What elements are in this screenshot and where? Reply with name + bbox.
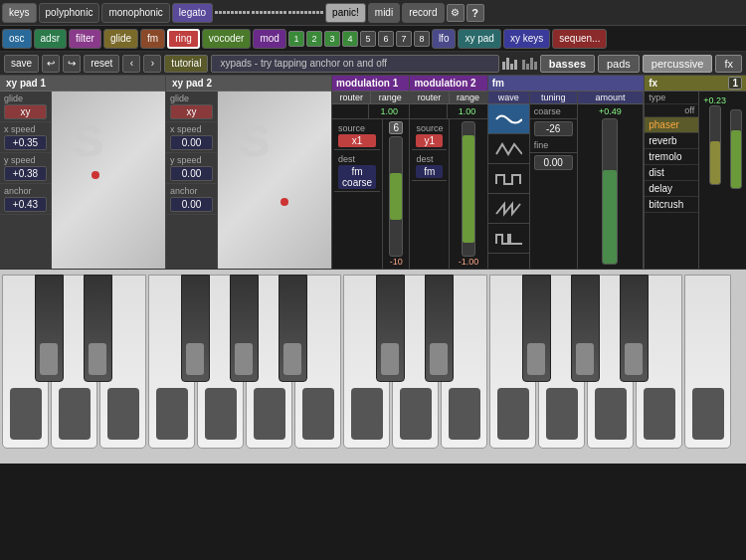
num-badge-6[interactable]: 6 (378, 31, 394, 47)
fm-wave-saw[interactable] (488, 194, 529, 224)
mode-adsr-btn[interactable]: adsr (34, 29, 67, 49)
fx-btn[interactable]: fx (715, 55, 742, 73)
num-badge-3[interactable]: 3 (324, 31, 340, 47)
white-key-pad-9 (449, 388, 480, 440)
black-key-8[interactable] (571, 275, 600, 382)
fx-item-bitcrush[interactable]: bitcrush (645, 197, 698, 213)
xspeed-value-1[interactable]: +0.35 (4, 135, 47, 150)
mod-1-range-slider[interactable] (389, 136, 403, 257)
mode-vocoder-btn[interactable]: vocoder (202, 29, 252, 49)
mode-xypad-btn[interactable]: xy pad (458, 29, 500, 49)
num-badge-4[interactable]: 4 (342, 31, 358, 47)
polyphonic-btn[interactable]: polyphonic (39, 3, 100, 23)
fx-slider-2-track[interactable] (730, 109, 742, 189)
ctrl-bar: save ↩ ↪ reset ‹ › tutorial xypads - try… (0, 52, 746, 76)
glide-row-2: glide xy (166, 92, 217, 122)
mod-1-source-value[interactable]: x1 (338, 134, 376, 147)
fm-wave-triangle[interactable] (488, 134, 529, 164)
black-key-3[interactable] (230, 275, 259, 382)
mod-1-dest-value[interactable]: fm coarse (338, 165, 376, 189)
monophonic-btn[interactable]: monophonic (101, 3, 169, 23)
help-icon[interactable]: ? (466, 4, 484, 22)
mod-2-left-col (410, 104, 447, 118)
mode-mod-btn[interactable]: mod (253, 29, 285, 49)
black-key-4[interactable] (279, 275, 307, 382)
num-badge-8[interactable]: 8 (414, 31, 430, 47)
mod-2-source-value[interactable]: y1 (416, 134, 443, 147)
yspeed-value-2[interactable]: 0.00 (170, 166, 213, 181)
fx-item-tremolo[interactable]: tremolo (645, 149, 698, 165)
fm-amount-body: +0.49 (578, 104, 644, 269)
xy-area-2[interactable]: s (218, 92, 331, 269)
black-key-6[interactable] (425, 275, 454, 382)
yspeed-row-2: y speed 0.00 (166, 153, 217, 184)
fx-header-num: 1 (728, 77, 742, 90)
fx-item-reverb[interactable]: reverb (645, 133, 698, 149)
xspeed-value-2[interactable]: 0.00 (170, 135, 213, 150)
fm-section: fm wave (488, 76, 646, 269)
black-key-5[interactable] (376, 275, 405, 382)
fm-wave-square[interactable] (488, 164, 529, 194)
black-key-0[interactable] (35, 275, 64, 382)
save-btn[interactable]: save (4, 55, 39, 73)
fm-coarse-label: coarse (530, 104, 577, 119)
settings-icon[interactable]: ⚙ (447, 4, 465, 22)
mod-2-range-col: -1.00 (450, 119, 486, 269)
mod-2-range-slider[interactable] (462, 121, 475, 257)
basses-btn[interactable]: basses (540, 55, 595, 73)
white-key-pad-0 (10, 388, 42, 440)
mod-2-dest-value[interactable]: fm (416, 165, 443, 178)
panic-btn[interactable]: panic! (325, 3, 366, 23)
num-badge-7[interactable]: 7 (396, 31, 412, 47)
mode-glide-btn[interactable]: glide (103, 29, 138, 49)
black-key-9[interactable] (620, 275, 649, 382)
mode-filter-btn[interactable]: filter (69, 29, 101, 49)
white-key-14[interactable] (684, 275, 731, 449)
fm-fine-value[interactable]: 0.00 (534, 155, 573, 170)
anchor-label-2: anchor (170, 186, 213, 196)
mode-fm-btn[interactable]: fm (140, 29, 165, 49)
anchor-value-1[interactable]: +0.43 (4, 197, 47, 212)
mod-2-subheader: router range (410, 92, 486, 104)
black-key-7[interactable] (522, 275, 551, 382)
num-badge-2[interactable]: 2 (306, 31, 322, 47)
fm-wave-sine[interactable] (488, 104, 529, 134)
percussive-btn[interactable]: percussive (643, 55, 713, 73)
mode-osc-btn[interactable]: osc (2, 29, 32, 49)
num-badge-5[interactable]: 5 (360, 31, 376, 47)
num-badge-1[interactable]: 1 (288, 31, 304, 47)
xy-bg-text-1: s (72, 101, 104, 170)
mode-seq-btn[interactable]: sequen... (552, 29, 607, 49)
midi-btn[interactable]: midi (368, 3, 400, 23)
fx-item-delay[interactable]: delay (645, 181, 698, 197)
undo-btn[interactable]: ↩ (42, 55, 60, 73)
fx-item-dist[interactable]: dist (645, 165, 698, 181)
xspeed-row-2: x speed 0.00 (166, 122, 217, 153)
legato-btn[interactable]: legato (172, 3, 213, 23)
fx-slider-1-track[interactable] (709, 105, 721, 185)
fm-amount-slider[interactable] (602, 118, 618, 265)
mode-ring-btn[interactable]: ring (167, 29, 200, 49)
pads-btn[interactable]: pads (598, 55, 640, 73)
black-key-2[interactable] (181, 275, 210, 382)
xy-area-1[interactable]: s (52, 92, 165, 269)
keys-btn[interactable]: keys (2, 3, 37, 23)
fm-amount-fill (603, 170, 617, 264)
redo-btn[interactable]: ↪ (63, 55, 81, 73)
yspeed-row-1: y speed +0.38 (0, 153, 51, 184)
prev-btn[interactable]: ‹ (122, 55, 140, 73)
tutorial-btn[interactable]: tutorial (164, 55, 208, 73)
fx-item-phaser[interactable]: phaser (645, 117, 698, 133)
reset-btn[interactable]: reset (84, 55, 119, 73)
fm-coarse-value[interactable]: -26 (534, 121, 573, 136)
record-btn[interactable]: record (402, 3, 444, 23)
mode-xykeys-btn[interactable]: xy keys (503, 29, 550, 49)
xy-area-inner-1: s (52, 92, 165, 269)
next-btn[interactable]: › (143, 55, 161, 73)
yspeed-value-1[interactable]: +0.38 (4, 166, 47, 181)
black-key-1[interactable] (84, 275, 112, 382)
anchor-value-2[interactable]: 0.00 (170, 197, 213, 212)
fm-wave-pulse[interactable] (488, 224, 529, 254)
mode-lfo-btn[interactable]: lfo (432, 29, 457, 49)
mod-1-range-num[interactable]: 6 (389, 121, 403, 134)
